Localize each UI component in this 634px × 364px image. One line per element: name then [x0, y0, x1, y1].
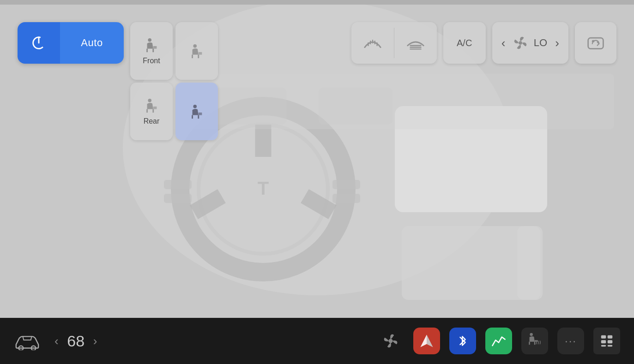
svg-point-35 [592, 40, 594, 42]
car-icon-button[interactable] [14, 332, 41, 350]
power-button[interactable] [18, 22, 60, 64]
svg-rect-47 [608, 345, 613, 347]
svg-rect-10 [164, 194, 192, 203]
temperature-control: ‹ 68 › [54, 332, 97, 350]
top-nav [0, 0, 634, 5]
svg-rect-15 [517, 226, 543, 300]
svg-point-23 [148, 98, 151, 102]
defrost-group [351, 22, 437, 64]
fan-app-icon[interactable] [377, 328, 404, 354]
fan-level-display: LO [533, 37, 548, 49]
power-auto-group: Auto [18, 22, 124, 64]
seat-heat-taskbar-icon[interactable] [521, 328, 548, 354]
rear-label: Rear [144, 117, 160, 125]
svg-marker-40 [427, 334, 433, 347]
front-passenger-seat-button[interactable] [175, 22, 218, 80]
chart-app-icon[interactable] [485, 328, 512, 354]
svg-text:T: T [258, 178, 269, 198]
front-label: Front [143, 57, 160, 65]
svg-point-21 [148, 38, 151, 42]
svg-rect-45 [608, 340, 613, 343]
svg-rect-34 [588, 38, 604, 49]
front-seat-button[interactable]: Front [130, 22, 173, 80]
grid-app-icon[interactable] [593, 328, 620, 354]
svg-rect-43 [608, 335, 613, 339]
front-seat-row: Front [130, 22, 218, 80]
svg-point-38 [389, 339, 393, 343]
svg-rect-44 [601, 340, 606, 343]
svg-point-22 [193, 44, 197, 48]
svg-rect-9 [164, 180, 192, 189]
bt-app-icon[interactable] [449, 328, 476, 354]
svg-rect-12 [332, 194, 360, 203]
svg-point-41 [530, 333, 533, 336]
auto-button[interactable]: Auto [60, 22, 124, 64]
taskbar: ‹ 68 › [0, 318, 634, 364]
main-container: T [0, 0, 634, 364]
more-app-icon[interactable]: ··· [557, 328, 584, 354]
temp-increase-button[interactable]: › [93, 334, 97, 348]
controls-overlay: Auto Front [18, 22, 616, 140]
fan-increase-button[interactable]: › [552, 33, 562, 53]
svg-point-33 [519, 41, 523, 45]
nav-app-icon[interactable] [413, 328, 440, 354]
fan-decrease-button[interactable]: ‹ [499, 33, 508, 53]
fan-speed-group: ‹ LO › [492, 22, 568, 64]
ac-button[interactable]: A/C [443, 22, 486, 64]
svg-rect-46 [601, 345, 606, 347]
temperature-display: 68 [63, 332, 89, 350]
svg-rect-42 [601, 335, 606, 339]
defrost-rear-button[interactable] [394, 22, 437, 64]
rear-passenger-seat-button[interactable] [175, 83, 218, 140]
svg-point-24 [193, 104, 197, 108]
defrost-front-button[interactable] [351, 22, 394, 64]
svg-rect-11 [332, 180, 360, 189]
rear-seat-button[interactable]: Rear [130, 83, 173, 140]
temp-decrease-button[interactable]: ‹ [54, 334, 59, 348]
seat-panel: Front [130, 22, 218, 140]
rear-seat-row: Rear [130, 83, 218, 140]
recirc-button[interactable] [575, 22, 616, 64]
